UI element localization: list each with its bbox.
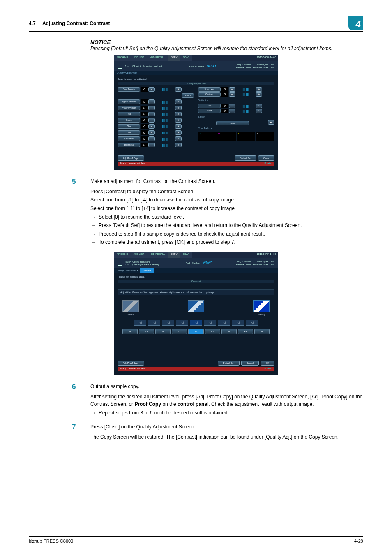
tab-scan[interactable]: SCAN — [180, 56, 193, 61]
adj-proof-copy-button[interactable]: Adj. Proof Copy — [118, 361, 144, 366]
adjust-item-button[interactable]: Color — [198, 109, 221, 113]
plus-button[interactable]: + — [175, 124, 182, 129]
minus-button[interactable]: − — [229, 92, 235, 97]
info-icon: i — [118, 261, 122, 266]
adjust-item-button[interactable]: Red — [118, 112, 140, 116]
minus-button[interactable]: − — [148, 106, 155, 110]
set-number-label: Set Number — [186, 262, 201, 265]
close-button[interactable]: Close — [258, 155, 274, 161]
tab-machine[interactable]: MACHINE — [114, 252, 131, 258]
adjust-item-button[interactable]: Brightness — [118, 143, 140, 147]
minus-button[interactable]: − — [229, 109, 235, 113]
minus-button[interactable]: − — [148, 136, 155, 141]
plus-button[interactable]: + — [175, 87, 182, 92]
adjust-item-button[interactable]: Blue — [118, 124, 140, 129]
contrast-level-button[interactable]: +2 — [221, 329, 237, 334]
adjust-value: 0 — [221, 92, 228, 97]
adjust-item-button[interactable]: Bgrd. Removal — [118, 99, 140, 104]
cancel-button[interactable]: Cancel — [241, 361, 259, 366]
auto-button[interactable]: Auto — [216, 121, 249, 125]
plus-button[interactable]: + — [175, 118, 182, 123]
arrow-icon: ◁ — [218, 320, 230, 326]
adjust-item-button[interactable]: Text — [198, 104, 221, 108]
contrast-level-button[interactable]: 0 — [188, 329, 203, 334]
contrast-level-button[interactable]: +4 — [254, 329, 270, 334]
notice-body: Pressing [Default Set] on the Quality Ad… — [90, 45, 363, 52]
tab-scan[interactable]: SCAN — [180, 252, 193, 258]
tab-hddrecall[interactable]: HDD RECALL — [147, 252, 168, 258]
minus-button[interactable]: − — [148, 87, 155, 92]
adjust-item-button[interactable]: Pres.Prevention — [118, 106, 140, 110]
minus-button[interactable]: − — [229, 87, 235, 92]
adjust-value: 0 — [141, 112, 148, 116]
meta-file-amount: File Amount 99.000% — [253, 66, 274, 69]
tab-joblist[interactable]: JOB LIST — [131, 252, 147, 258]
plus-button[interactable]: + — [256, 92, 262, 97]
breadcrumb-contrast[interactable]: Contrast — [140, 268, 154, 273]
rotation-label: Rotation — [264, 162, 272, 165]
ticks-icon: |||| |||| — [156, 124, 174, 129]
plus-button[interactable]: + — [175, 143, 182, 147]
rotation-label: Rotation — [264, 367, 272, 370]
footer-product: bizhub PRESS C8000 — [29, 539, 73, 543]
meta-reserve-job: Reserve Job 0 — [236, 66, 250, 69]
minus-button[interactable]: − — [229, 104, 235, 108]
contrast-level-button[interactable]: -3 — [139, 329, 154, 334]
plus-button[interactable]: + — [175, 136, 182, 141]
adjust-item-button[interactable]: Contrast — [198, 92, 221, 97]
default-set-button[interactable]: Default Set — [218, 361, 240, 366]
adjust-item-button[interactable]: Saturation — [118, 136, 140, 141]
plus-button[interactable]: + — [175, 130, 182, 135]
adjust-item-button[interactable]: Green — [118, 118, 140, 123]
adjust-item-button[interactable]: Sharpness — [198, 87, 221, 92]
plus-button[interactable]: + — [175, 99, 182, 104]
minus-button[interactable]: − — [148, 130, 155, 135]
tab-copy[interactable]: COPY — [168, 56, 180, 61]
step-6-number: 6 — [29, 383, 90, 419]
adjust-value: 0 — [221, 109, 228, 113]
contrast-level-button[interactable]: -2 — [155, 329, 171, 334]
step-5-bullet-3: Proceed to step 6 if a sample copy is de… — [90, 230, 363, 238]
breadcrumb-root[interactable]: Quality Adjustment — [117, 269, 136, 272]
meta-memory: Memory 99.000% — [253, 63, 274, 66]
minus-button[interactable]: − — [148, 99, 155, 104]
ticks-icon: |||| |||| — [156, 87, 174, 92]
tab-copy[interactable]: COPY — [168, 252, 180, 258]
auto-density-button[interactable]: AUTO — [182, 93, 194, 98]
ok-button[interactable]: OK — [261, 361, 274, 366]
cmyk-y-button[interactable]: Y — [237, 132, 255, 141]
plus-button[interactable]: + — [256, 87, 262, 92]
plus-button[interactable]: + — [256, 109, 262, 113]
cmyk-m-button[interactable]: M — [217, 132, 236, 141]
minus-button[interactable]: − — [148, 143, 155, 147]
adjust-item-button[interactable]: Hue — [118, 130, 140, 135]
adjust-item-button[interactable]: Copy Density — [118, 87, 140, 92]
adjust-value: 0 — [141, 118, 148, 123]
contrast-level-button[interactable]: +3 — [238, 329, 253, 334]
mid-sample-icon — [188, 300, 204, 312]
step-6-headline: Output a sample copy. — [90, 383, 363, 391]
contrast-level-button[interactable]: -1 — [172, 329, 187, 334]
tab-hddrecall[interactable]: HDD RECALL — [147, 56, 168, 61]
tab-machine[interactable]: MACHINE — [114, 56, 131, 61]
quality-adjustment-screenshot: MACHINE JOB LIST HDD RECALL COPY SCAN 20… — [114, 55, 278, 170]
minus-button[interactable]: − — [148, 124, 155, 129]
adj-proof-copy-button[interactable]: Adj. Proof Copy — [118, 155, 144, 161]
contrast-level-button[interactable]: +1 — [205, 329, 220, 334]
plus-button[interactable]: + — [175, 106, 182, 110]
set-number-label: Set Number — [189, 65, 204, 68]
cmyk-c-button[interactable]: C — [198, 132, 217, 141]
contrast-level-button[interactable]: -4 — [122, 329, 138, 334]
plus-button[interactable]: + — [256, 104, 262, 108]
minus-button[interactable]: − — [148, 112, 155, 116]
panel-title: Quality Adjustment — [118, 82, 274, 85]
strong-sample-icon — [253, 300, 270, 312]
cmyk-k-button[interactable]: K — [256, 132, 274, 141]
step-5-bullet-2: Press [Default Set] to resume the standa… — [90, 222, 363, 229]
plus-button[interactable]: + — [175, 112, 182, 116]
minus-button[interactable]: − — [148, 118, 155, 123]
default-set-button[interactable]: Default Set — [235, 155, 256, 161]
tab-joblist[interactable]: JOB LIST — [131, 56, 147, 61]
arrow-center-icon: ◁ — [190, 320, 202, 326]
auto-arrow-button[interactable]: ▸ — [268, 120, 274, 125]
